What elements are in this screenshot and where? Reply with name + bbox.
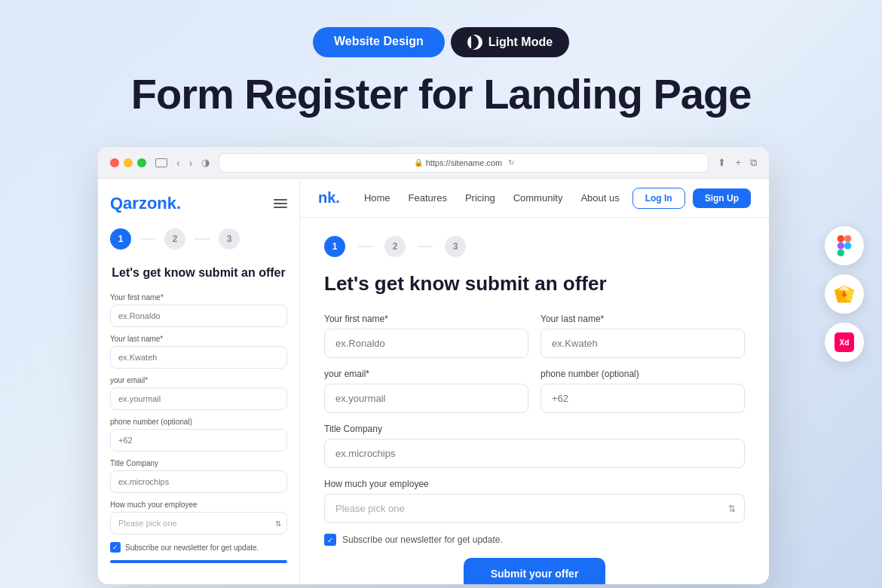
svg-point-4 <box>844 242 851 249</box>
company-row: Title Company <box>324 424 745 468</box>
nav-forward-icon[interactable]: › <box>189 157 193 169</box>
checkmark-icon: ✓ <box>112 544 118 551</box>
nav-logo: nk. <box>318 189 340 207</box>
xd-icon: Xd <box>835 332 854 352</box>
sidebar-logo: Qarzonk. <box>110 194 181 213</box>
share-icon[interactable]: ⬆ <box>718 157 726 168</box>
submit-button[interactable]: Submit your offer <box>464 558 606 584</box>
dot-close[interactable] <box>110 158 119 167</box>
main-email-input[interactable] <box>324 384 528 413</box>
main-newsletter-row: ✓ Subscribe our newsletter for get updat… <box>324 534 745 546</box>
main-form-title: Let's get know submit an offer <box>324 272 745 296</box>
sidebar-submit-line <box>110 560 287 563</box>
sketch-tool[interactable] <box>825 274 864 314</box>
main-newsletter-checkbox[interactable]: ✓ <box>324 534 336 546</box>
xd-tool[interactable]: Xd <box>825 323 864 362</box>
hamburger-menu[interactable] <box>274 199 287 208</box>
last-name-col: Your last name* <box>541 314 745 358</box>
dot-minimize[interactable] <box>124 158 133 167</box>
sidebar-form-title: Let's get know submit an offer <box>110 265 287 281</box>
main-content: nk. Home Features Pricing Community Abou… <box>300 179 769 584</box>
svg-rect-3 <box>838 250 844 256</box>
main-first-name-input[interactable] <box>324 329 528 358</box>
main-last-name-label: Your last name* <box>541 314 745 324</box>
browser-dots <box>110 158 146 167</box>
sidebar-newsletter-row: ✓ Subscribe our newsletter for get updat… <box>110 542 287 553</box>
add-tab-icon[interactable]: + <box>735 157 741 168</box>
top-badges: Website Design Light Mode <box>0 0 882 57</box>
nav-home[interactable]: Home <box>364 192 390 204</box>
browser-toolbar: ‹ › ◑ 🔒 https://sitename.com ↻ ⬆ + ⧉ <box>98 147 769 179</box>
sidebar-email-label: your email* <box>110 376 287 384</box>
main-last-name-input[interactable] <box>541 329 745 358</box>
sidebar-email-input[interactable] <box>110 387 287 410</box>
sidebar-email-group: your email* <box>110 376 287 410</box>
main-step-line-2 <box>418 246 433 247</box>
sidebar: Qarzonk. 1 2 3 Let's get know submit an … <box>98 179 300 584</box>
sidebar-last-name-input[interactable] <box>110 346 287 369</box>
main-step-3[interactable]: 3 <box>445 236 466 257</box>
name-row: Your first name* Your last name* <box>324 314 745 358</box>
page-title: Form Register for Landing Page <box>0 69 882 118</box>
sidebar-first-name-group: Your first name* <box>110 293 287 327</box>
sidebar-header: Qarzonk. <box>110 194 287 213</box>
sidebar-phone-input[interactable] <box>110 429 287 452</box>
sidebar-company-input[interactable] <box>110 470 287 493</box>
sidebar-step-3[interactable]: 3 <box>219 228 240 250</box>
nav-about[interactable]: About us <box>580 192 619 204</box>
step-line-1 <box>140 238 155 240</box>
sidebar-employee-group: How much your employee Please pick one ⇅ <box>110 501 287 534</box>
main-company-input[interactable] <box>324 439 745 468</box>
phone-col: phone number (optional) <box>541 369 745 413</box>
contact-row: your email* phone number (optional) <box>324 369 745 413</box>
address-bar[interactable]: 🔒 https://sitename.com ↻ <box>219 153 709 173</box>
main-newsletter-label: Subscribe our newsletter for get update. <box>342 534 503 545</box>
company-col: Title Company <box>324 424 745 468</box>
windows-icon[interactable]: ⧉ <box>750 157 757 169</box>
nav-community[interactable]: Community <box>513 192 563 204</box>
sidebar-phone-label: phone number (optional) <box>110 418 287 426</box>
main-phone-input[interactable] <box>541 384 745 413</box>
nav-bar: nk. Home Features Pricing Community Abou… <box>300 179 769 218</box>
main-company-label: Title Company <box>324 424 745 434</box>
lock-icon: 🔒 <box>414 158 423 167</box>
sidebar-company-group: Title Company <box>110 459 287 493</box>
nav-features[interactable]: Features <box>409 192 447 204</box>
nav-pricing[interactable]: Pricing <box>465 192 495 204</box>
sidebar-newsletter-checkbox[interactable]: ✓ <box>110 542 121 553</box>
refresh-icon[interactable]: ↻ <box>508 158 514 167</box>
form-area: 1 2 3 Let's get know submit an offer You… <box>300 218 769 584</box>
right-tools: Xd <box>825 226 864 362</box>
main-email-label: your email* <box>324 369 528 379</box>
main-checkmark-icon: ✓ <box>327 536 333 544</box>
nav-links: Home Features Pricing Community About us <box>364 192 632 204</box>
main-employee-select[interactable]: Please pick one <box>324 494 745 523</box>
signup-button[interactable]: Sign Up <box>693 188 751 208</box>
address-text: https://sitename.com <box>426 158 503 167</box>
sidebar-last-name-group: Your last name* <box>110 335 287 369</box>
sidebar-phone-group: phone number (optional) <box>110 418 287 452</box>
sidebar-step-2[interactable]: 2 <box>164 228 185 250</box>
main-step-2[interactable]: 2 <box>384 236 406 257</box>
mode-icon <box>467 35 482 50</box>
nav-back-icon[interactable]: ‹ <box>176 157 180 169</box>
dot-maximize[interactable] <box>137 158 146 167</box>
nav-actions: Log In Sign Up <box>632 188 751 209</box>
figma-tool[interactable] <box>825 226 864 265</box>
main-employee-label: How much your employee <box>324 479 745 489</box>
contrast-icon: ◑ <box>201 157 210 168</box>
sidebar-employee-select[interactable]: Please pick one <box>110 512 287 534</box>
sidebar-newsletter-label: Subscribe our newsletter for get update. <box>125 544 259 552</box>
svg-rect-2 <box>838 242 844 249</box>
step-line-2 <box>194 238 210 240</box>
sidebar-first-name-input[interactable] <box>110 305 287 327</box>
main-step-line-1 <box>357 246 372 247</box>
sidebar-step-1[interactable]: 1 <box>110 228 131 250</box>
mode-badge[interactable]: Light Mode <box>451 27 569 57</box>
sidebar-company-label: Title Company <box>110 459 287 467</box>
svg-rect-1 <box>844 235 851 242</box>
first-name-col: Your first name* <box>324 314 528 358</box>
main-step-1[interactable]: 1 <box>324 236 345 257</box>
design-badge[interactable]: Website Design <box>313 27 445 57</box>
login-button[interactable]: Log In <box>632 188 685 209</box>
